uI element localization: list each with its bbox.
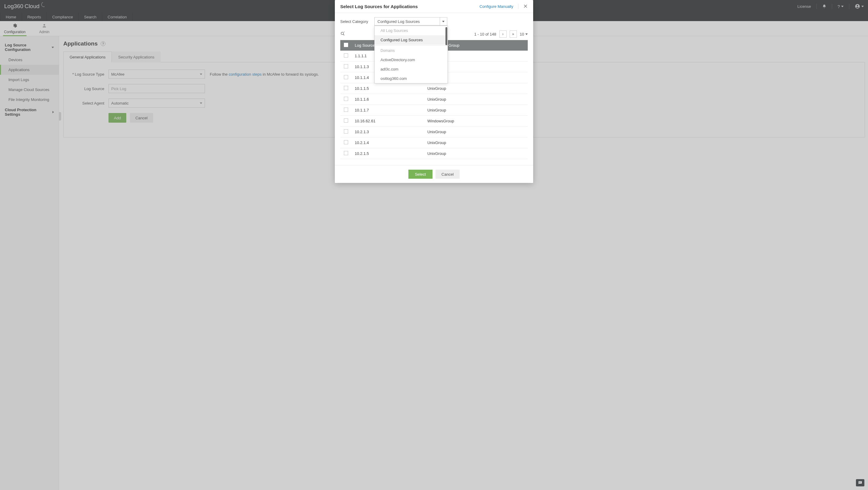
cell-log-source-group: UnixGroup [424, 137, 528, 148]
search-icon[interactable] [340, 31, 346, 37]
modal-header: Select Log Sources for Applications Conf… [335, 0, 533, 13]
row-checkbox[interactable] [344, 53, 348, 58]
close-icon[interactable]: ✕ [523, 4, 528, 9]
row-checkbox[interactable] [344, 151, 348, 155]
dropdown-item-domain[interactable]: ositlog360.com [375, 74, 447, 83]
svg-line-4 [343, 34, 344, 35]
row-checkbox[interactable] [344, 140, 348, 144]
table-row: 10.2.1.3UnixGroup [340, 127, 528, 137]
cell-log-source: 10.1.1.6 [352, 94, 424, 105]
row-checkbox[interactable] [344, 64, 348, 68]
row-checkbox[interactable] [344, 75, 348, 79]
cancel-button[interactable]: Cancel [435, 170, 460, 179]
dropdown-header-domains: Domains [375, 46, 447, 55]
svg-point-3 [341, 32, 344, 35]
last-page-button[interactable]: » [510, 30, 517, 38]
row-checkbox[interactable] [344, 129, 348, 133]
select-all-checkbox[interactable] [344, 43, 348, 47]
select-button[interactable]: Select [408, 170, 433, 179]
row-checkbox[interactable] [344, 118, 348, 123]
dropdown-item-configured[interactable]: Configured Log Sources [375, 35, 447, 44]
cell-log-source-group: UnixGroup [424, 94, 528, 105]
cell-log-source-group: WindowsGroup [424, 116, 528, 127]
table-row: 10.1.1.6UnixGroup [340, 94, 528, 105]
table-row: 10.16.62.61WindowsGroup [340, 116, 528, 127]
category-select[interactable]: Configured Log Sources All Log Sources C… [374, 17, 447, 26]
page-size-select[interactable]: 10 [520, 32, 528, 36]
category-dropdown: All Log Sources Configured Log Sources D… [374, 26, 448, 84]
chevron-down-icon[interactable] [440, 18, 447, 25]
row-checkbox[interactable] [344, 97, 348, 101]
dropdown-item-domain[interactable]: ActiveDirectory.com [375, 55, 447, 64]
select-log-sources-modal: Select Log Sources for Applications Conf… [335, 0, 533, 183]
cell-log-source-group: UnixGroup [424, 148, 528, 159]
table-row: 10.1.1.5UnixGroup [340, 83, 528, 94]
modal-footer: Select Cancel [335, 165, 533, 183]
select-category-label: Select Category [340, 19, 368, 24]
scrollbar[interactable] [445, 27, 447, 45]
cell-log-source-group: UnixGroup [424, 105, 528, 116]
modal-body: Select Category Configured Log Sources A… [335, 13, 533, 159]
select-value: Configured Log Sources [375, 19, 440, 24]
pager-range: 1 - 10 of 148 [474, 32, 496, 36]
chat-fab[interactable] [856, 479, 864, 486]
dropdown-item-domain[interactable]: adl3c.com [375, 64, 447, 74]
modal-title: Select Log Sources for Applications [340, 4, 418, 9]
cell-log-source: 10.1.1.7 [352, 105, 424, 116]
configure-manually-link[interactable]: Configure Manually [479, 4, 513, 9]
pager: 1 - 10 of 148 › » 10 [474, 30, 528, 38]
chevron-down-icon [525, 33, 528, 35]
row-checkbox[interactable] [344, 86, 348, 90]
divider [375, 45, 447, 45]
dropdown-item-all[interactable]: All Log Sources [375, 26, 447, 35]
table-row: 10.2.1.4UnixGroup [340, 137, 528, 148]
cell-log-source-group: UnixGroup [424, 83, 528, 94]
cell-log-source-group: UnixGroup [424, 127, 528, 137]
next-page-button[interactable]: › [499, 30, 507, 38]
cell-log-source: 10.2.1.3 [352, 127, 424, 137]
row-checkbox[interactable] [344, 108, 348, 112]
chat-icon [858, 480, 863, 485]
cell-log-source: 10.16.62.61 [352, 116, 424, 127]
cell-log-source: 10.2.1.5 [352, 148, 424, 159]
cell-log-source: 10.2.1.4 [352, 137, 424, 148]
table-row: 10.1.1.7UnixGroup [340, 105, 528, 116]
cell-log-source: 10.1.1.5 [352, 83, 424, 94]
table-row: 10.2.1.5UnixGroup [340, 148, 528, 159]
